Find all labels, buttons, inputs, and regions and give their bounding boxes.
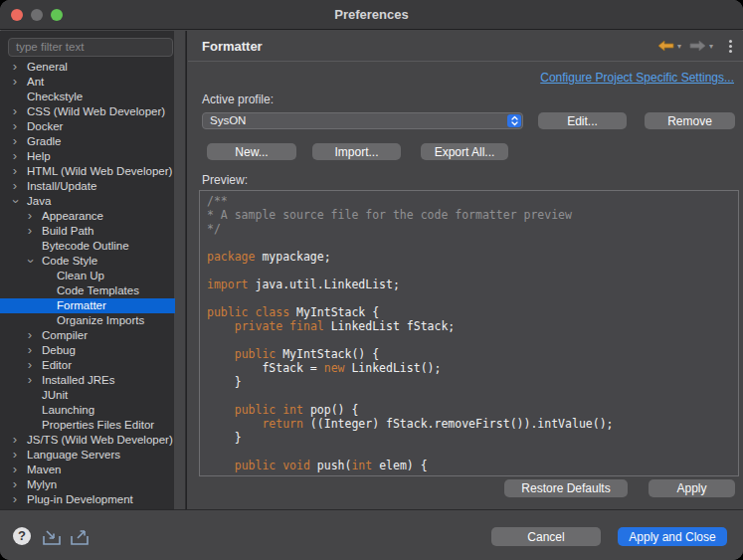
preview-code: /*** A sample source file for the code f… — [200, 191, 738, 475]
chevron-collapsed-icon[interactable]: › — [9, 463, 21, 477]
sidebar-item-appearance[interactable]: ›Appearance — [0, 209, 175, 224]
restore-defaults-button[interactable]: Restore Defaults — [504, 479, 628, 497]
sidebar-item-formatter[interactable]: Formatter — [0, 298, 175, 313]
sidebar-item-label: Docker — [27, 119, 63, 134]
sidebar-item-label: Plug-in Development — [27, 492, 133, 507]
sidebar-item-label: JS/TS (Wild Web Developer) — [27, 433, 173, 448]
sidebar-item-install-update[interactable]: ›Install/Update — [0, 179, 175, 194]
sidebar-item-junit[interactable]: JUnit — [0, 388, 175, 403]
sidebar-item-code-style[interactable]: ›Code Style — [0, 254, 175, 269]
sidebar-item-label: Help — [27, 149, 51, 164]
chevron-collapsed-icon[interactable]: › — [9, 448, 21, 463]
sidebar-item-mylyn[interactable]: ›Mylyn — [0, 477, 175, 492]
active-profile-value: SysON — [210, 113, 246, 128]
chevron-collapsed-icon[interactable]: › — [9, 149, 21, 164]
sidebar-item-installed-jres[interactable]: ›Installed JREs — [0, 373, 175, 388]
sidebar-item-build-path[interactable]: ›Build Path — [0, 224, 175, 239]
sidebar-item-label: Build Path — [42, 224, 93, 239]
chevron-collapsed-icon[interactable]: › — [9, 477, 21, 492]
sidebar-item-html-wild-web-developer-[interactable]: ›HTML (Wild Web Developer) — [0, 164, 175, 179]
sidebar-item-code-templates[interactable]: Code Templates — [0, 283, 175, 298]
back-arrow-icon[interactable] — [657, 38, 674, 56]
chevron-collapsed-icon[interactable]: › — [24, 209, 36, 224]
forward-history-dropdown-icon[interactable]: ▾ — [709, 42, 713, 51]
apply-button[interactable]: Apply — [649, 479, 735, 497]
chevron-collapsed-icon[interactable]: › — [9, 104, 21, 119]
import-button[interactable]: Import... — [312, 143, 401, 160]
sidebar-item-maven[interactable]: ›Maven — [0, 463, 175, 477]
back-history-dropdown-icon[interactable]: ▾ — [677, 42, 681, 51]
sidebar-item-label: Code Templates — [57, 283, 139, 298]
chevron-collapsed-icon[interactable]: › — [9, 164, 21, 179]
chevron-collapsed-icon[interactable]: › — [24, 358, 36, 373]
sidebar-item-label: Install/Update — [27, 179, 96, 194]
code-line — [207, 389, 731, 403]
sidebar-item-plug-in-development[interactable]: ›Plug-in Development — [0, 492, 175, 507]
cancel-button[interactable]: Cancel — [491, 527, 601, 546]
sidebar-item-help[interactable]: ›Help — [0, 149, 175, 164]
remove-button[interactable]: Remove — [645, 112, 735, 129]
help-icon[interactable]: ? — [13, 527, 31, 545]
code-line: public class MyIntStack { — [207, 305, 731, 319]
preferences-tree: ›General›AntCheckstyle›CSS (Wild Web Dev… — [0, 60, 175, 507]
export-all-button[interactable]: Export All... — [421, 143, 508, 160]
chevron-collapsed-icon[interactable]: › — [9, 179, 21, 194]
sidebar-item-label: Clean Up — [57, 269, 104, 283]
chevron-collapsed-icon[interactable]: › — [24, 343, 36, 358]
chevron-collapsed-icon[interactable]: › — [9, 75, 21, 90]
export-preferences-icon[interactable] — [69, 529, 91, 550]
dialog-footer: ? Cancel Apply and Close — [0, 509, 743, 560]
chevron-expanded-icon[interactable]: › — [23, 256, 38, 268]
sidebar-item-js-ts-wild-web-developer-[interactable]: ›JS/TS (Wild Web Developer) — [0, 433, 175, 448]
chevron-collapsed-icon[interactable]: › — [9, 60, 21, 75]
sidebar-item-label: Ant — [27, 75, 44, 90]
sidebar-item-checkstyle[interactable]: Checkstyle — [0, 90, 175, 104]
view-menu-icon[interactable] — [725, 38, 736, 55]
sidebar-item-java[interactable]: ›Java — [0, 194, 175, 209]
import-preferences-icon[interactable] — [41, 529, 63, 550]
sidebar-item-ant[interactable]: ›Ant — [0, 75, 175, 90]
code-line: } — [207, 375, 731, 389]
sidebar-item-label: CSS (Wild Web Developer) — [27, 104, 165, 119]
sidebar-item-label: Compiler — [42, 328, 88, 343]
chevron-collapsed-icon[interactable]: › — [24, 224, 36, 239]
sidebar-item-label: Maven — [27, 463, 62, 477]
chevron-collapsed-icon[interactable]: › — [24, 373, 36, 388]
sidebar-item-properties-files-editor[interactable]: Properties Files Editor — [0, 418, 175, 433]
chevron-expanded-icon[interactable]: › — [8, 196, 23, 208]
code-line: } — [207, 431, 731, 445]
chevron-collapsed-icon[interactable]: › — [24, 328, 36, 343]
forward-arrow-icon[interactable] — [689, 38, 706, 56]
edit-button[interactable]: Edit... — [538, 112, 627, 129]
apply-and-close-button[interactable]: Apply and Close — [618, 527, 727, 546]
chevron-collapsed-icon[interactable]: › — [9, 119, 21, 134]
sidebar-item-label: JUnit — [42, 388, 68, 403]
window-title: Preferences — [0, 0, 743, 30]
code-line — [207, 236, 731, 250]
configure-project-specific-settings-link[interactable]: Configure Project Specific Settings... — [540, 71, 734, 85]
filter-input[interactable] — [8, 38, 173, 57]
sidebar-item-debug[interactable]: ›Debug — [0, 343, 175, 358]
sidebar-item-clean-up[interactable]: Clean Up — [0, 269, 175, 283]
sidebar-item-label: Properties Files Editor — [42, 418, 154, 433]
sidebar-item-docker[interactable]: ›Docker — [0, 119, 175, 134]
sidebar-item-general[interactable]: ›General — [0, 60, 175, 75]
sidebar-item-label: Language Servers — [27, 448, 120, 463]
sidebar-item-compiler[interactable]: ›Compiler — [0, 328, 175, 343]
sidebar-item-label: Organize Imports — [57, 313, 144, 328]
sidebar-item-label: General — [27, 60, 68, 75]
sidebar-item-language-servers[interactable]: ›Language Servers — [0, 448, 175, 463]
sidebar-item-bytecode-outline[interactable]: Bytecode Outline — [0, 239, 175, 254]
sidebar-item-css-wild-web-developer-[interactable]: ›CSS (Wild Web Developer) — [0, 104, 175, 119]
active-profile-select[interactable]: SysON — [202, 112, 523, 129]
chevron-collapsed-icon[interactable]: › — [9, 492, 21, 507]
chevron-collapsed-icon[interactable]: › — [9, 134, 21, 149]
chevron-collapsed-icon[interactable]: › — [9, 433, 21, 448]
new-button[interactable]: New... — [207, 143, 296, 160]
page-title: Formatter — [202, 31, 263, 62]
sidebar-item-launching[interactable]: Launching — [0, 403, 175, 418]
sidebar-item-gradle[interactable]: ›Gradle — [0, 134, 175, 149]
sidebar-item-editor[interactable]: ›Editor — [0, 358, 175, 373]
sidebar-scroll-gutter — [174, 31, 185, 509]
sidebar-item-organize-imports[interactable]: Organize Imports — [0, 313, 175, 328]
